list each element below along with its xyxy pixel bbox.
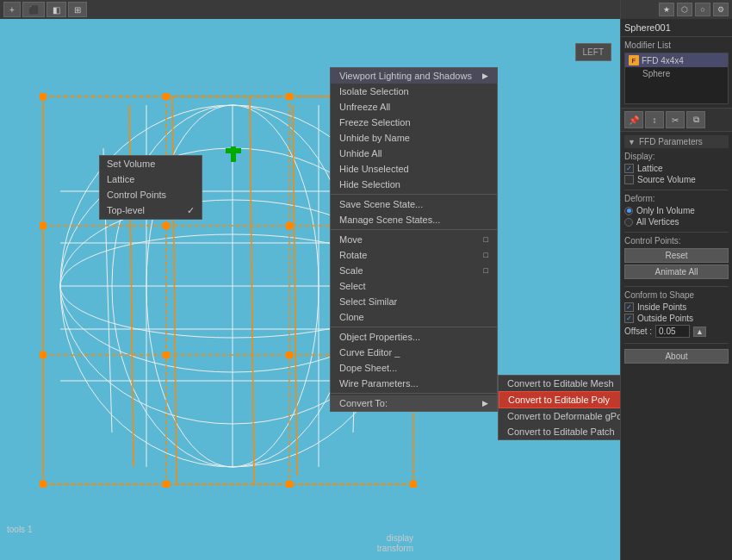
cube-icon[interactable]: ⬡ [677,3,692,16]
ffd-modifier-item[interactable]: F FFD 4x4x4 [625,53,728,67]
all-vertices-label: All Vertices [636,217,679,227]
unhide-by-name-item[interactable]: Unhide by Name [331,130,497,146]
top-toolbar: + ⬛ ◧ ⊞ [0,0,620,19]
move-item[interactable]: Move□ [331,232,497,247]
lattice-item[interactable]: Lattice [100,171,202,187]
viewport-display-label: display [387,533,413,543]
conform-shape-title: Conform to Shape [624,290,729,300]
sphere-sub-name: Sphere [629,69,670,78]
hide-unselected-item[interactable]: Hide Unselected [331,161,497,177]
separator-4 [331,393,497,394]
freeze-selection-item[interactable]: Freeze Selection [331,115,497,130]
sub-menu-left: Set Volume Lattice Control Points Top-le… [99,155,202,220]
scale-item[interactable]: Scale□ [331,263,497,278]
svg-rect-34 [286,222,293,229]
copy-icon[interactable]: ⧉ [686,111,705,128]
left-view-button[interactable]: LEFT [575,43,611,61]
isolate-selection-item[interactable]: Isolate Selection [331,84,497,99]
lattice-label: Lattice [637,164,662,173]
offset-input[interactable] [655,325,690,338]
svg-rect-36 [40,352,47,358]
offset-spin-up[interactable]: ▲ [693,327,706,337]
curve-editor-item[interactable]: Curve Editor _ [331,345,497,360]
ffd-params-title: ▼ FFD Parameters [624,135,729,148]
object-properties-item[interactable]: Object Properties... [331,329,497,345]
delete-icon[interactable]: ✂ [666,111,685,128]
move-icon[interactable]: ↕ [645,111,664,128]
toolbar-btn-4[interactable]: ⊞ [68,2,87,17]
top-level-item[interactable]: Top-level✓ [100,202,202,219]
convert-editable-patch[interactable]: Convert to Editable Patch [499,424,620,439]
control-points-item[interactable]: Control Points [100,187,202,202]
control-points-group: Control Points: Reset Animate All [624,236,729,281]
modifier-name: FFD 4x4x4 [642,56,684,65]
separator-1 [331,194,497,195]
select-similar-item[interactable]: Select Similar [331,294,497,309]
dope-sheet-item[interactable]: Dope Sheet... [331,360,497,376]
ffd-arrow: ▼ [628,138,636,146]
convert-editable-poly[interactable]: Convert to Editable Poly [499,391,620,408]
only-in-volume-row: Only In Volume [624,206,729,215]
convert-submenu: Convert to Editable Mesh Convert to Edit… [498,375,620,440]
modifier-icon: F [629,55,639,65]
svg-rect-28 [40,93,47,100]
save-scene-state-item[interactable]: Save Scene State... [331,196,497,212]
clone-item[interactable]: Clone [331,309,497,325]
viewport-lighting-item[interactable]: Viewport Lighting and Shadows▶ [331,68,497,84]
inside-points-label: Inside Points [637,302,686,312]
unhide-all-item[interactable]: Unhide All [331,146,497,161]
rotate-item[interactable]: Rotate□ [331,247,497,263]
all-vertices-radio[interactable] [624,218,633,227]
viewport-content: tools 1 display transform [0,19,620,560]
select-item[interactable]: Select [331,278,497,294]
pin-icon[interactable]: 📌 [624,111,643,128]
convert-editable-mesh[interactable]: Convert to Editable Mesh [499,376,620,391]
control-points-title: Control Points: [624,236,729,246]
about-button[interactable]: About [624,349,729,364]
unfreeze-all-item[interactable]: Unfreeze All [331,99,497,115]
divider-1 [624,190,729,190]
ffd-params: ▼ FFD Parameters Display: Lattice Source… [621,132,732,370]
svg-rect-43 [410,481,417,488]
display-group: Display: Lattice Source Volume [624,152,729,184]
divider-2 [624,232,729,233]
svg-rect-41 [163,481,170,488]
main-container: + ⬛ ◧ ⊞ [0,0,732,560]
sphere-modifier-item[interactable]: Sphere [625,67,728,80]
wire-parameters-item[interactable]: Wire Parameters... [331,376,497,391]
divider-4 [624,343,729,344]
only-in-volume-radio[interactable] [624,207,633,215]
toolbar-btn-1[interactable]: + [3,2,21,17]
sphere-icon[interactable]: ○ [695,3,710,16]
svg-rect-38 [286,352,293,358]
svg-rect-33 [163,222,170,229]
right-top-icons: ★ ⬡ ○ ⚙ [621,0,732,19]
outside-points-checkbox[interactable] [624,314,634,323]
only-in-volume-label: Only In Volume [636,206,695,215]
right-icons-row: 📌 ↕ ✂ ⧉ [621,109,732,132]
toolbar-btn-3[interactable]: ◧ [47,2,66,17]
convert-to-item[interactable]: Convert To:▶ [331,395,497,411]
conform-to-shape-group: Conform to Shape Inside Points Outside P… [624,290,729,338]
outside-points-row: Outside Points [624,314,729,323]
lattice-checkbox[interactable] [624,164,634,173]
svg-rect-49 [226,148,241,153]
svg-rect-42 [286,481,293,488]
reset-button[interactable]: Reset [624,248,729,263]
separator-3 [331,327,497,327]
source-volume-checkbox[interactable] [624,175,634,184]
animate-all-button[interactable]: Animate All [624,264,729,279]
separator-2 [331,229,497,230]
toolbar-btn-2[interactable]: ⬛ [22,2,45,17]
star-icon[interactable]: ★ [659,3,674,16]
svg-line-47 [250,96,254,484]
set-volume-item[interactable]: Set Volume [100,156,202,171]
convert-deformable-gpoly[interactable]: Convert to Deformable gPoly [499,408,620,424]
modifier-list-section: Modifier List F FFD 4x4x4 Sphere [621,37,732,109]
settings-icon[interactable]: ⚙ [713,3,729,16]
hide-selection-item[interactable]: Hide Selection [331,177,497,192]
svg-rect-32 [40,222,47,229]
object-name: Sphere001 [624,22,729,33]
inside-points-checkbox[interactable] [624,302,634,312]
manage-scene-states-item[interactable]: Manage Scene States... [331,212,497,227]
